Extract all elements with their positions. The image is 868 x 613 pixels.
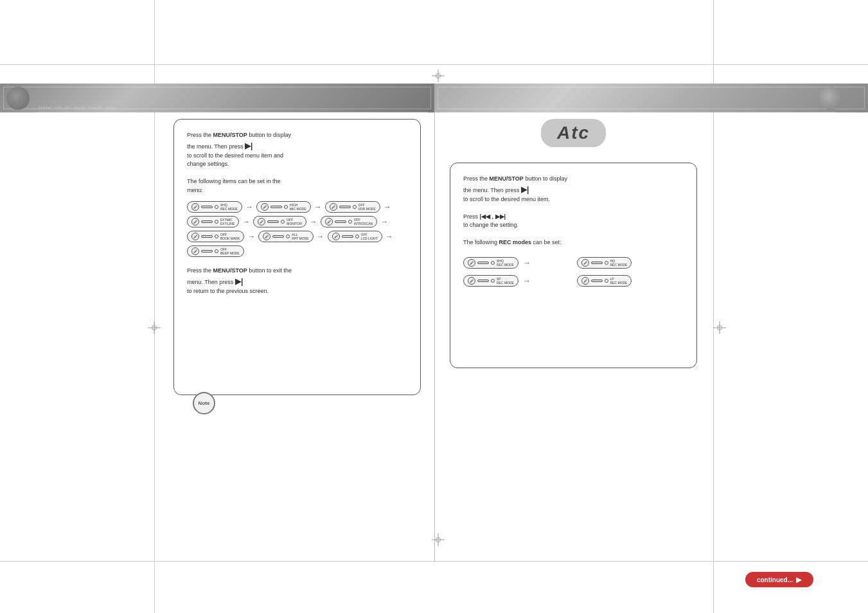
mic-mode-circle: 🎤: [261, 203, 269, 211]
rec-arrow-1: →: [523, 258, 531, 267]
mic-mode-dot: [284, 205, 288, 209]
rec-sp-item: 🎤 SP REC MODE →: [463, 275, 571, 287]
mic-mode-label: HIGH MIC MODE: [290, 203, 306, 211]
rpt-mode-label: ALL RPT MODE: [292, 233, 308, 240]
monitor-off: 🎤 OFF MONITOR: [253, 216, 306, 227]
rec-sp-text: SP REC MODE: [497, 277, 514, 285]
vor-mode-circle: 🎤: [330, 203, 337, 211]
atc-tab: Atc: [541, 119, 606, 147]
diagram-row-2: 🎤 EXTMIC EXT-LINE → 🎤 OFF MONITOR: [187, 216, 407, 227]
rec-mode-dot: [215, 205, 218, 209]
header-right: [434, 84, 869, 112]
rec-shq-item: 🎤 SHQ REC MODE →: [463, 257, 571, 269]
lcd-light-bar: [342, 235, 353, 238]
crosshair-top-center: [432, 69, 445, 82]
rec-mode-bar: [201, 206, 213, 208]
book-mark-label: OFF BOOK MARK: [220, 233, 240, 240]
vor-mode-label: OFF VOR MODE: [359, 203, 376, 211]
ext-mic: 🎤 EXTMIC EXT-LINE: [187, 216, 239, 227]
rec-lp-text: LP REC MODE: [610, 277, 628, 285]
rec-shq-pill: 🎤 SHQ REC MODE: [463, 257, 518, 269]
rec-arrow-2: →: [523, 276, 531, 285]
monitor-label: OFF MONITOR: [287, 218, 302, 226]
vor-mode-dot: [353, 205, 357, 209]
margin-line-top: [0, 64, 868, 65]
rec-sp-bar: [477, 280, 489, 282]
rec-sp-dot: [491, 279, 495, 283]
rec-hq-pill: 🎤 HQ REC MODE: [577, 257, 632, 269]
diagram-row-3: 🎤 OFF BOOK MARK → 🎤 ALL RPT MODE: [187, 231, 407, 242]
rec-mode-grid: 🎤 SHQ REC MODE → 🎤 HQ: [463, 257, 684, 287]
right-panel: Atc Press the MENU/STOP button to displa…: [450, 119, 697, 368]
rec-lp-dot: [605, 279, 608, 283]
rec-hq-text: HQ REC MODE: [610, 259, 628, 267]
left-footer-text: Press the MENU/STOP button to exit the m…: [187, 267, 407, 296]
rec-shq-circle: 🎤: [468, 259, 475, 267]
beep-mode-circle: 🎤: [191, 247, 199, 255]
continued-arrow-icon: ▶: [796, 575, 802, 584]
left-instruction-box: Press the MENU/STOP button to display th…: [173, 119, 421, 395]
lcd-light-circle: 🎤: [332, 233, 340, 240]
rec-shq-dot: [491, 261, 495, 265]
ext-mic-bar: [201, 220, 213, 223]
arrow-3: →: [384, 202, 391, 211]
introscan-label: OFF INTROSCAN: [354, 218, 373, 226]
arrow-8: →: [317, 232, 324, 241]
arrow-6: →: [380, 217, 388, 226]
vor-mode-bar: [339, 206, 351, 208]
book-mark-dot: [215, 235, 218, 238]
arrow-1: →: [245, 202, 253, 211]
note-icon: Note: [193, 392, 215, 414]
rec-mode-label: SHQ REC MODE: [220, 203, 238, 211]
beep-mode-bar: [201, 250, 213, 253]
lcd-light: 🎤 OFF LCD LIGHT: [328, 231, 382, 242]
diagram-row-1: 🎤 SHQ REC MODE → 🎤 HIGH MIC: [187, 201, 407, 213]
separator-line: [434, 84, 435, 562]
header-strip: model info left panel header strip: [0, 84, 868, 112]
beep-mode-dot: [215, 249, 218, 253]
mode-diagrams: 🎤 SHQ REC MODE → 🎤 HIGH MIC: [187, 201, 407, 257]
beep-mode: 🎤 OFF BEEP MODE: [187, 245, 244, 257]
ext-mic-dot: [215, 220, 218, 224]
atc-label: Atc: [557, 123, 590, 143]
introscan-dot: [348, 220, 352, 224]
rec-sp-circle: 🎤: [468, 277, 475, 285]
vor-mode-off: 🎤 OFF VOR MODE: [325, 201, 380, 213]
rec-shq-bar: [477, 262, 489, 264]
right-instruction-text: Press the MENU/STOP button to display th…: [463, 175, 684, 247]
beep-mode-label: OFF BEEP MODE: [220, 247, 240, 255]
rec-mode-shq: 🎤 SHQ REC MODE: [187, 201, 242, 213]
continued-label: continued...: [757, 576, 793, 583]
rec-sp-pill: 🎤 SP REC MODE: [463, 275, 518, 287]
crosshair-left-mid: [148, 321, 161, 334]
deco-circle-right: [819, 87, 842, 110]
left-panel: Press the MENU/STOP button to display th…: [173, 119, 421, 402]
book-mark-bar: [201, 235, 213, 238]
monitor-circle: 🎤: [258, 218, 265, 226]
diagram-row-4: 🎤 OFF BEEP MODE: [187, 245, 407, 257]
arrow-2: →: [314, 202, 322, 211]
rec-hq-item: 🎤 HQ REC MODE: [577, 257, 684, 269]
tab-container: Atc: [450, 119, 697, 155]
right-instruction-box: Press the MENU/STOP button to display th…: [450, 163, 697, 368]
header-left: model info left panel header strip: [0, 84, 434, 112]
lcd-light-label: OFF LCD LIGHT: [361, 233, 378, 240]
ext-mic-label: EXTMIC EXT-LINE: [220, 218, 235, 226]
rec-lp-bar: [591, 280, 603, 282]
crosshair-right-mid: [713, 321, 726, 334]
rpt-mode-dot: [286, 235, 290, 238]
rpt-mode-circle: 🎤: [263, 233, 270, 240]
introscan-circle: 🎤: [325, 218, 333, 226]
crosshair-bottom-center: [432, 533, 445, 546]
rec-mode-circle: 🎤: [191, 203, 199, 211]
rec-lp-circle: 🎤: [581, 277, 589, 285]
introscan-off: 🎤 OFF INTROSCAN: [321, 216, 377, 227]
rpt-mode-bar: [272, 235, 284, 238]
arrow-9: →: [385, 232, 393, 241]
lcd-light-dot: [355, 235, 359, 238]
continued-badge: continued... ▶: [745, 572, 813, 587]
arrow-7: →: [247, 232, 255, 241]
rpt-mode: 🎤 ALL RPT MODE: [258, 231, 313, 242]
rec-lp-item: 🎤 LP REC MODE: [577, 275, 684, 287]
monitor-dot: [281, 220, 285, 224]
